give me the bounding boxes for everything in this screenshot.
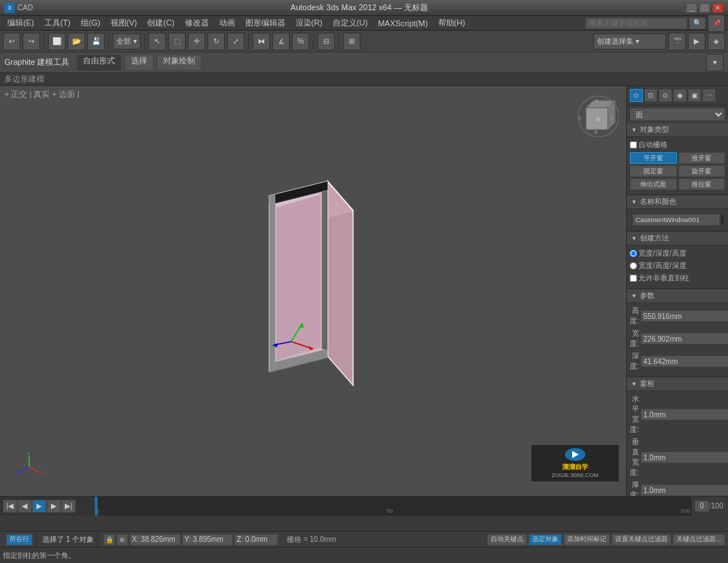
- menu-graph-editor[interactable]: 图形编辑器: [241, 16, 290, 30]
- redo-button[interactable]: ↪: [23, 33, 40, 50]
- select-button[interactable]: ↖: [149, 33, 166, 50]
- z-coord-input[interactable]: [234, 534, 278, 546]
- select-filter-dropdown[interactable]: 创建选择集 ▾: [593, 34, 666, 50]
- projected-window-btn[interactable]: 旋开窗: [678, 165, 726, 177]
- frame-thickness-input[interactable]: [641, 484, 728, 496]
- menu-modify[interactable]: 修改器: [181, 16, 213, 30]
- section-header-frame[interactable]: ▼ 窗框: [627, 377, 728, 391]
- menu-group[interactable]: 组(G): [76, 16, 105, 30]
- play-button[interactable]: ▶: [32, 500, 47, 513]
- radio-width-depth-height[interactable]: [630, 250, 637, 257]
- section-header-object-type[interactable]: ▼ 对象类型: [627, 123, 728, 137]
- casement-window-btn[interactable]: 平开窗: [630, 152, 677, 164]
- width-input[interactable]: [641, 333, 728, 345]
- x-coord-input[interactable]: [130, 534, 181, 546]
- panel-icon-display[interactable]: ▣: [688, 89, 701, 102]
- svg-marker-15: [269, 194, 275, 363]
- snaps-button[interactable]: ⧓: [253, 33, 270, 50]
- section-header-params[interactable]: ▼ 参数: [627, 289, 728, 303]
- navigation-cube[interactable]: 前 顶 左 右 底: [575, 93, 619, 137]
- section-header-name-color[interactable]: ▼ 名称和颜色: [627, 195, 728, 209]
- tab-object-paint[interactable]: 对象绘制: [157, 55, 202, 71]
- status-section-select: 所在行: [3, 532, 36, 547]
- next-frame-button[interactable]: ▶: [47, 500, 61, 513]
- panel-icon-motion[interactable]: ◉: [673, 89, 687, 102]
- panel-icon-utilities[interactable]: ⋯: [703, 89, 716, 102]
- minimize-button[interactable]: _: [686, 3, 697, 13]
- awning-window-btn[interactable]: 伸出式面: [630, 178, 677, 190]
- filter-dropdown[interactable]: 全部 ▾: [113, 34, 141, 50]
- menu-animation[interactable]: 动画: [215, 16, 240, 30]
- radio-width-height-depth[interactable]: [630, 262, 637, 269]
- pivot-window-btn[interactable]: 推开窗: [678, 152, 726, 164]
- graphite-label: Graphite 建模工具: [4, 57, 74, 68]
- current-frame-input[interactable]: [695, 500, 709, 512]
- menu-maxscript[interactable]: MAXScript(M): [373, 17, 432, 29]
- material-editor-button[interactable]: ◈: [708, 33, 725, 50]
- coord-mode-icon[interactable]: ⊕: [116, 534, 128, 546]
- select-region-button[interactable]: ⬚: [168, 33, 186, 50]
- section-header-creation[interactable]: ▼ 创建方法: [627, 232, 728, 245]
- horiz-width-label: 水平宽度:: [630, 394, 639, 435]
- selected-key-button[interactable]: 选定对象: [529, 534, 562, 546]
- go-start-button[interactable]: |◀: [3, 500, 17, 513]
- move-button[interactable]: ✛: [188, 33, 205, 50]
- main-search-input[interactable]: [585, 17, 687, 29]
- menu-customize[interactable]: 自定义(U): [328, 16, 372, 30]
- lock-icon[interactable]: 🔒: [103, 534, 115, 546]
- height-input[interactable]: [641, 310, 728, 322]
- allow-nonvert-checkbox[interactable]: [630, 275, 637, 282]
- close-button[interactable]: ✕: [712, 3, 724, 13]
- tab-freeform[interactable]: 自由形式: [76, 55, 122, 71]
- pin-button[interactable]: 📌: [708, 15, 725, 32]
- svg-marker-17: [277, 194, 320, 361]
- y-coord-input[interactable]: [182, 534, 233, 546]
- autogrid-checkbox[interactable]: [630, 141, 637, 149]
- panel-icon-create[interactable]: ⊙: [630, 89, 643, 102]
- maximize-button[interactable]: □: [699, 3, 711, 13]
- add-time-tag-button[interactable]: 添加时间标记: [563, 534, 610, 546]
- undo-button[interactable]: ↩: [3, 33, 20, 50]
- key-set-button[interactable]: 关键点过滤器...: [673, 534, 725, 546]
- tab-select[interactable]: 选择: [124, 55, 154, 71]
- auto-key-button[interactable]: 自动关键点: [487, 534, 527, 546]
- sliding-window-btn[interactable]: 推拉窗: [678, 178, 726, 190]
- depth-input[interactable]: [641, 355, 728, 367]
- menu-edit[interactable]: 编辑(E): [3, 16, 39, 30]
- all-in-progress-button[interactable]: 所在行: [6, 534, 33, 546]
- menu-create[interactable]: 创建(C): [143, 16, 178, 30]
- menu-help[interactable]: 帮助(H): [434, 16, 470, 30]
- timeline-track[interactable]: 0 50 100: [95, 497, 692, 516]
- open-button[interactable]: 📂: [68, 33, 85, 50]
- render-button[interactable]: ▶: [688, 33, 705, 50]
- key-set-label: 关键点过滤器...: [676, 535, 721, 544]
- frame-counter: / 100: [692, 497, 728, 516]
- horiz-width-input[interactable]: [641, 409, 728, 420]
- percent-snap-button[interactable]: %: [292, 33, 309, 50]
- fixed-window-btn[interactable]: 固定窗: [630, 165, 677, 177]
- vert-width-input[interactable]: [641, 452, 728, 463]
- new-button[interactable]: ⬜: [48, 33, 66, 50]
- collapse-graphite-button[interactable]: ▼: [706, 54, 724, 71]
- dropdown-arrow-icon: ▾: [133, 37, 137, 45]
- layer-button[interactable]: ⊞: [343, 33, 360, 50]
- rotate-button[interactable]: ↻: [207, 33, 225, 50]
- key-filter-button[interactable]: 设置关键点过滤器: [612, 534, 671, 546]
- color-swatch[interactable]: [721, 215, 723, 225]
- angle-snap-button[interactable]: ∡: [272, 33, 290, 50]
- search-button[interactable]: 🔍: [689, 17, 706, 30]
- panel-icon-hierarchy[interactable]: ⊙: [659, 89, 672, 102]
- category-dropdown[interactable]: 面: [630, 108, 725, 121]
- go-end-button[interactable]: ▶|: [61, 500, 76, 513]
- prev-frame-button[interactable]: ◀: [17, 500, 32, 513]
- scale-button[interactable]: ⤢: [227, 33, 245, 50]
- panel-icon-modify[interactable]: ⊡: [644, 89, 657, 102]
- align-button[interactable]: ⊟: [317, 33, 335, 50]
- menu-render[interactable]: 渲染(R): [291, 16, 327, 30]
- save-button[interactable]: 💾: [87, 33, 105, 50]
- viewport[interactable]: + 正交 | 真实 + 边面 | 前 顶 左 右 底: [0, 86, 626, 496]
- object-name-input[interactable]: [633, 214, 720, 226]
- menu-tools[interactable]: 工具(T): [40, 16, 75, 30]
- menu-view[interactable]: 视图(V): [106, 16, 142, 30]
- render-setup-button[interactable]: 🎬: [668, 33, 686, 50]
